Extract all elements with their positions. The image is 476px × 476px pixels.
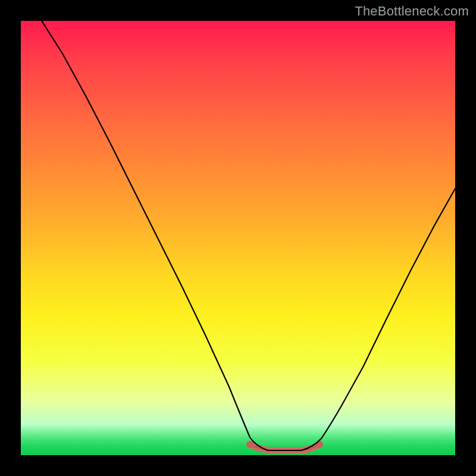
bottleneck-curve: [42, 21, 455, 450]
curve-layer: [21, 21, 455, 455]
valley-dot-left: [246, 441, 253, 448]
chart-frame: TheBottleneck.com: [0, 0, 476, 476]
plot-area: [21, 21, 455, 455]
watermark-text: TheBottleneck.com: [355, 4, 469, 19]
